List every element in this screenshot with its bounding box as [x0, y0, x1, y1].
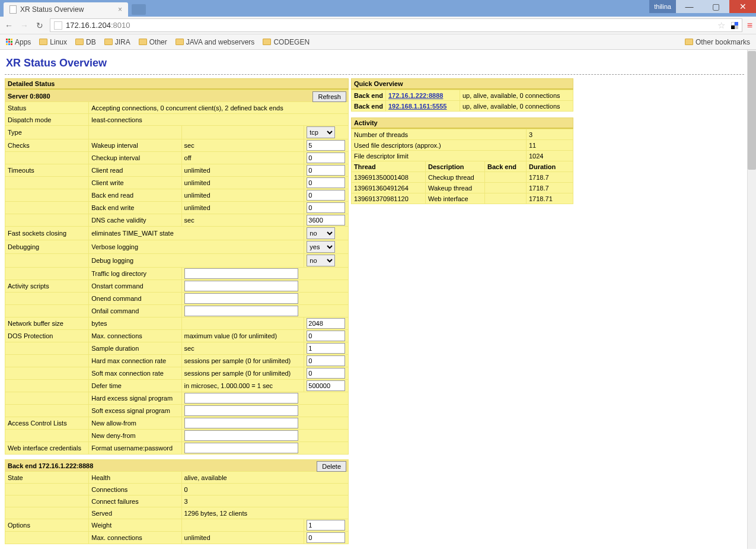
delete-button[interactable]: Delete — [317, 461, 346, 472]
folder-icon — [263, 39, 271, 45]
be-state-label: State — [5, 472, 89, 484]
bookmark-jira[interactable]: JIRA — [104, 38, 130, 46]
hardrate-input[interactable] — [307, 355, 345, 366]
apps-icon — [6, 39, 12, 45]
window-controls: thilina — ▢ ✕ — [649, 0, 756, 13]
webcred-input[interactable] — [184, 443, 298, 453]
folder-icon — [685, 39, 693, 45]
backend-read-input[interactable] — [307, 190, 345, 201]
fast-sockets-select[interactable]: no — [307, 227, 335, 239]
reload-icon[interactable]: ↻ — [34, 20, 45, 31]
browser-tab-strip: XR Status Overview × thilina — ▢ ✕ — [0, 0, 756, 17]
close-icon[interactable]: × — [118, 5, 122, 14]
server-heading: Server 0:8080Refresh — [5, 90, 349, 102]
scroll-thumb[interactable] — [748, 51, 756, 170]
dns-input[interactable] — [307, 215, 345, 225]
bookmark-codegen[interactable]: CODEGEN — [263, 38, 310, 46]
folder-icon — [139, 39, 147, 45]
netbuf-input[interactable] — [307, 318, 345, 329]
checkup-unit: off — [181, 152, 304, 164]
client-read-label: Client read — [89, 164, 181, 177]
deny-input[interactable] — [184, 430, 298, 441]
bookmark-java[interactable]: JAVA and webservers — [176, 38, 255, 46]
dos-label: DOS Protection — [5, 330, 89, 342]
new-tab-button[interactable] — [132, 4, 146, 15]
allow-input[interactable] — [184, 418, 298, 428]
debugging-label: Debugging — [5, 240, 89, 254]
onstart-input[interactable] — [184, 281, 298, 291]
checks-label: Checks — [5, 139, 89, 152]
debug-log-select[interactable]: no — [307, 255, 335, 266]
client-write-label: Client write — [89, 177, 181, 189]
traffic-dir-input[interactable] — [184, 268, 298, 279]
page-content: XR Status Overview Detailed Status Serve… — [0, 50, 756, 549]
bookmark-star-icon[interactable]: ☆ — [717, 20, 725, 31]
browser-tab[interactable]: XR Status Overview × — [4, 2, 128, 17]
softrate-input[interactable] — [307, 368, 345, 379]
bookmark-db[interactable]: DB — [75, 38, 96, 46]
activity-heading: Activity — [351, 117, 573, 129]
weight-input[interactable] — [307, 520, 345, 531]
maxconn-input[interactable] — [307, 331, 345, 341]
client-read-unit: unlimited — [181, 164, 304, 177]
delicious-icon[interactable] — [731, 22, 738, 29]
sample-input[interactable] — [307, 343, 345, 354]
folder-icon — [75, 39, 84, 45]
wakeup-unit: sec — [181, 139, 304, 152]
detailed-status-table: Server 0:8080Refresh StatusAccepting con… — [5, 90, 349, 455]
minimize-button[interactable]: — — [676, 0, 703, 13]
vertical-scrollbar[interactable] — [747, 50, 756, 549]
activity-scripts-label: Activity scripts — [5, 280, 89, 293]
window-close-button[interactable]: ✕ — [729, 0, 756, 13]
other-bookmarks[interactable]: Other bookmarks — [685, 38, 750, 46]
defer-input[interactable] — [307, 380, 345, 391]
backend-heading: Back end 172.16.1.222:8888Delete — [5, 460, 349, 472]
dns-label: DNS cache validity — [89, 214, 181, 227]
tab-title: XR Status Overview — [20, 5, 84, 14]
wakeup-input[interactable] — [307, 140, 345, 151]
verbose-select[interactable]: yes — [307, 241, 335, 253]
client-read-input[interactable] — [307, 165, 345, 176]
softprog-input[interactable] — [184, 405, 298, 416]
hardprog-input[interactable] — [184, 393, 298, 404]
backend-link-1[interactable]: 172.16.1.222:8888 — [388, 92, 443, 99]
webcred-label: Web interface credentials — [5, 442, 89, 455]
client-write-input[interactable] — [307, 177, 345, 188]
address-bar[interactable]: 172.16.1.204:8010 ☆ — [50, 18, 742, 32]
refresh-button[interactable]: Refresh — [312, 91, 346, 102]
thread-row: 139691350001408Checkup thread1718.7 — [352, 172, 573, 183]
bookmark-linux[interactable]: Linux — [39, 38, 67, 46]
back-icon[interactable]: ← — [4, 20, 14, 31]
folder-icon — [104, 39, 113, 45]
folder-icon — [176, 39, 184, 45]
wakeup-label: Wakeup interval — [89, 139, 181, 152]
browser-nav-bar: ← → ↻ 172.16.1.204:8010 ☆ ≡ — [0, 17, 756, 34]
netbuf-label: Network buffer size — [5, 317, 89, 330]
dispatch-label: Dispatch mode — [5, 114, 89, 126]
forward-icon[interactable]: → — [19, 20, 30, 31]
bookmark-bar: Apps Linux DB JIRA Other JAVA and webser… — [0, 34, 756, 50]
thread-row: 139691370981120Web interface1718.71 — [352, 193, 573, 204]
thread-row: 139691360491264Wakeup thread1718.7 — [352, 183, 573, 193]
backend-write-label: Back end write — [89, 202, 181, 214]
type-select[interactable]: tcp — [307, 126, 335, 138]
backend-link-2[interactable]: 192.168.1.161:5555 — [388, 103, 446, 110]
status-value: Accepting connections, 0 concurrent clie… — [89, 102, 349, 114]
onend-input[interactable] — [184, 293, 298, 304]
apps-button[interactable]: Apps — [6, 38, 31, 46]
backend-write-input[interactable] — [307, 202, 345, 213]
site-icon — [54, 21, 62, 30]
onfail-input[interactable] — [184, 306, 298, 316]
quick-overview-table: Back end172.16.1.222:8888up, alive, avai… — [351, 90, 573, 112]
checkup-input[interactable] — [307, 153, 345, 163]
detailed-status-heading: Detailed Status — [5, 78, 349, 90]
be-maxconn-input[interactable] — [307, 532, 345, 543]
page-icon — [9, 5, 17, 14]
maximize-button[interactable]: ▢ — [703, 0, 729, 13]
bookmark-other[interactable]: Other — [139, 38, 167, 46]
menu-icon[interactable]: ≡ — [747, 22, 752, 29]
status-label: Status — [5, 102, 89, 114]
user-chip[interactable]: thilina — [649, 0, 676, 13]
activity-table: Number of threads3 Used file descriptors… — [351, 129, 573, 204]
quick-overview-heading: Quick Overview — [351, 78, 573, 90]
